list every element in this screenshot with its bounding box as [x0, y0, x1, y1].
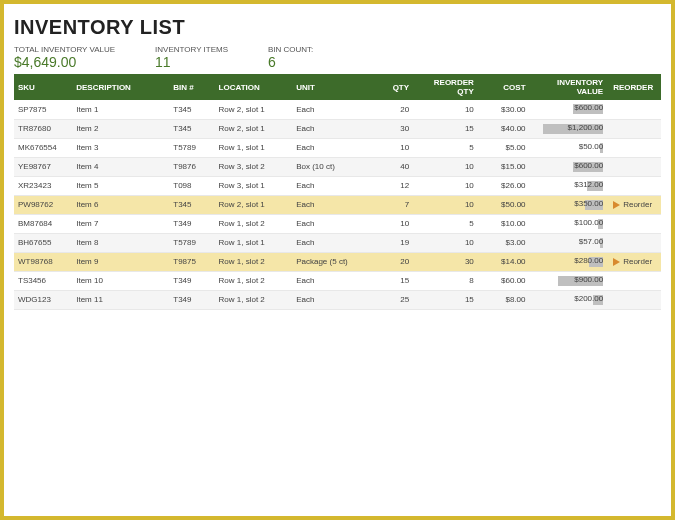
cell-description[interactable]: Item 7	[72, 214, 169, 233]
cell-sku[interactable]: WDG123	[14, 290, 72, 309]
cell-qty[interactable]: 20	[370, 252, 415, 271]
cell-bin[interactable]: T345	[169, 100, 214, 119]
col-location[interactable]: LOCATION	[215, 74, 293, 100]
cell-unit[interactable]: Box (10 ct)	[292, 157, 370, 176]
cell-description[interactable]: Item 3	[72, 138, 169, 157]
cell-inventory-value[interactable]: $100.00	[532, 214, 610, 233]
cell-description[interactable]: Item 11	[72, 290, 169, 309]
cell-inventory-value[interactable]: $280.00	[532, 252, 610, 271]
col-reorder-qty[interactable]: REORDER QTY	[415, 74, 480, 100]
cell-reorder-qty[interactable]: 5	[415, 214, 480, 233]
cell-unit[interactable]: Each	[292, 233, 370, 252]
cell-location[interactable]: Row 1, slot 2	[215, 252, 293, 271]
cell-bin[interactable]: T349	[169, 271, 214, 290]
cell-sku[interactable]: WT98768	[14, 252, 72, 271]
cell-qty[interactable]: 20	[370, 100, 415, 119]
cell-inventory-value[interactable]: $1,200.00	[532, 119, 610, 138]
cell-sku[interactable]: PW98762	[14, 195, 72, 214]
cell-cost[interactable]: $14.00	[480, 252, 532, 271]
cell-qty[interactable]: 19	[370, 233, 415, 252]
table-row[interactable]: WDG123Item 11T349Row 1, slot 2Each2515$8…	[14, 290, 661, 309]
cell-bin[interactable]: T349	[169, 290, 214, 309]
cell-reorder[interactable]	[609, 214, 661, 233]
cell-reorder-qty[interactable]: 30	[415, 252, 480, 271]
table-row[interactable]: XR23423Item 5T098Row 3, slot 1Each1210$2…	[14, 176, 661, 195]
cell-sku[interactable]: YE98767	[14, 157, 72, 176]
cell-reorder-qty[interactable]: 10	[415, 176, 480, 195]
cell-unit[interactable]: Each	[292, 195, 370, 214]
cell-location[interactable]: Row 2, slot 1	[215, 100, 293, 119]
cell-reorder[interactable]	[609, 290, 661, 309]
col-reorder[interactable]: REORDER	[609, 74, 661, 100]
cell-qty[interactable]: 30	[370, 119, 415, 138]
cell-unit[interactable]: Each	[292, 138, 370, 157]
cell-qty[interactable]: 7	[370, 195, 415, 214]
col-qty[interactable]: QTY	[370, 74, 415, 100]
cell-reorder[interactable]: Reorder	[609, 195, 661, 214]
cell-sku[interactable]: BH67655	[14, 233, 72, 252]
cell-description[interactable]: Item 8	[72, 233, 169, 252]
cell-location[interactable]: Row 1, slot 2	[215, 271, 293, 290]
table-row[interactable]: MK676554Item 3T5789Row 1, slot 1Each105$…	[14, 138, 661, 157]
cell-sku[interactable]: MK676554	[14, 138, 72, 157]
cell-sku[interactable]: TR87680	[14, 119, 72, 138]
cell-reorder[interactable]: Reorder	[609, 252, 661, 271]
cell-location[interactable]: Row 3, slot 2	[215, 157, 293, 176]
cell-bin[interactable]: T345	[169, 195, 214, 214]
cell-location[interactable]: Row 1, slot 2	[215, 290, 293, 309]
cell-cost[interactable]: $50.00	[480, 195, 532, 214]
cell-reorder-qty[interactable]: 10	[415, 195, 480, 214]
cell-description[interactable]: Item 5	[72, 176, 169, 195]
cell-cost[interactable]: $30.00	[480, 100, 532, 119]
cell-sku[interactable]: XR23423	[14, 176, 72, 195]
cell-unit[interactable]: Each	[292, 100, 370, 119]
cell-cost[interactable]: $40.00	[480, 119, 532, 138]
cell-reorder-qty[interactable]: 10	[415, 157, 480, 176]
cell-sku[interactable]: BM87684	[14, 214, 72, 233]
cell-inventory-value[interactable]: $350.00	[532, 195, 610, 214]
cell-qty[interactable]: 10	[370, 138, 415, 157]
col-sku[interactable]: SKU	[14, 74, 72, 100]
cell-reorder-qty[interactable]: 10	[415, 233, 480, 252]
cell-reorder-qty[interactable]: 5	[415, 138, 480, 157]
cell-qty[interactable]: 12	[370, 176, 415, 195]
cell-unit[interactable]: Each	[292, 214, 370, 233]
cell-reorder[interactable]	[609, 119, 661, 138]
cell-cost[interactable]: $8.00	[480, 290, 532, 309]
cell-bin[interactable]: T5789	[169, 138, 214, 157]
cell-description[interactable]: Item 4	[72, 157, 169, 176]
table-row[interactable]: PW98762Item 6T345Row 2, slot 1Each710$50…	[14, 195, 661, 214]
col-cost[interactable]: COST	[480, 74, 532, 100]
cell-unit[interactable]: Each	[292, 119, 370, 138]
cell-inventory-value[interactable]: $900.00	[532, 271, 610, 290]
cell-location[interactable]: Row 2, slot 1	[215, 195, 293, 214]
cell-reorder[interactable]	[609, 233, 661, 252]
cell-bin[interactable]: T349	[169, 214, 214, 233]
cell-cost[interactable]: $5.00	[480, 138, 532, 157]
cell-location[interactable]: Row 1, slot 1	[215, 233, 293, 252]
cell-qty[interactable]: 10	[370, 214, 415, 233]
table-row[interactable]: BM87684Item 7T349Row 1, slot 2Each105$10…	[14, 214, 661, 233]
cell-description[interactable]: Item 2	[72, 119, 169, 138]
cell-description[interactable]: Item 6	[72, 195, 169, 214]
cell-reorder-qty[interactable]: 15	[415, 290, 480, 309]
table-row[interactable]: TR87680Item 2T345Row 2, slot 1Each3015$4…	[14, 119, 661, 138]
cell-unit[interactable]: Each	[292, 176, 370, 195]
cell-reorder[interactable]	[609, 157, 661, 176]
cell-reorder-qty[interactable]: 15	[415, 119, 480, 138]
cell-cost[interactable]: $26.00	[480, 176, 532, 195]
col-unit[interactable]: UNIT	[292, 74, 370, 100]
cell-inventory-value[interactable]: $57.00	[532, 233, 610, 252]
cell-reorder-qty[interactable]: 8	[415, 271, 480, 290]
cell-cost[interactable]: $3.00	[480, 233, 532, 252]
cell-bin[interactable]: T5789	[169, 233, 214, 252]
cell-cost[interactable]: $60.00	[480, 271, 532, 290]
table-row[interactable]: TS3456Item 10T349Row 1, slot 2Each158$60…	[14, 271, 661, 290]
cell-reorder-qty[interactable]: 10	[415, 100, 480, 119]
cell-unit[interactable]: Each	[292, 271, 370, 290]
cell-qty[interactable]: 15	[370, 271, 415, 290]
table-row[interactable]: SP7875Item 1T345Row 2, slot 1Each2010$30…	[14, 100, 661, 119]
cell-reorder[interactable]	[609, 271, 661, 290]
cell-location[interactable]: Row 1, slot 2	[215, 214, 293, 233]
cell-location[interactable]: Row 1, slot 1	[215, 138, 293, 157]
